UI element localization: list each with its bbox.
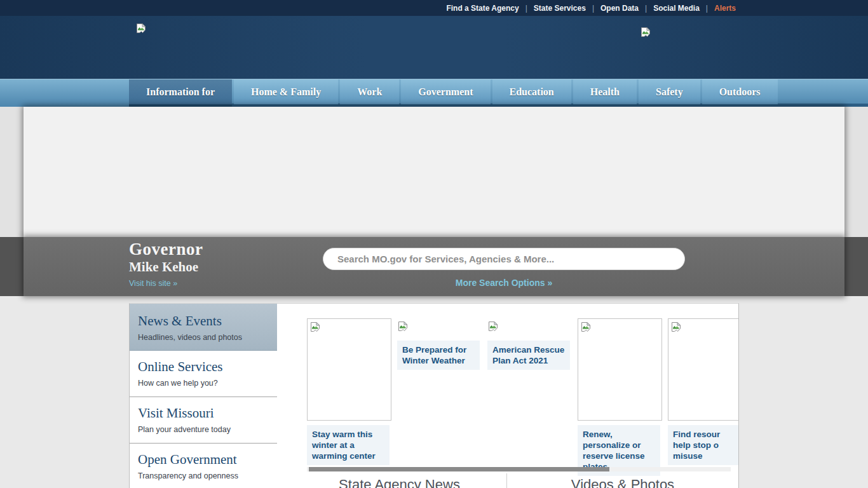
nav-tab-work[interactable]: Work (340, 79, 399, 107)
broken-image-icon (136, 23, 147, 34)
nav-tab-health[interactable]: Health (573, 79, 637, 107)
broken-image-icon (310, 322, 321, 332)
mo-gov-homepage: Find a State Agency | State Services | O… (0, 0, 868, 488)
nav-tab-information-for[interactable]: Information for (129, 79, 232, 107)
governor-name: Mike Kehoe (129, 259, 198, 275)
divider: | (592, 4, 594, 13)
sidebar-item-online-services[interactable]: Online Services How can we help you? (130, 351, 277, 397)
link-state-services[interactable]: State Services (534, 4, 586, 13)
card-image-placeholder (578, 318, 662, 421)
sidebar-item-visit-missouri[interactable]: Visit Missouri Plan your adventure today (130, 397, 277, 444)
governor-search-band: Governor Mike Kehoe Visit his site » Mor… (0, 237, 868, 296)
card-image-placeholder (307, 318, 391, 421)
sidebar-item-open-government[interactable]: Open Government Transparency and opennes… (130, 444, 277, 488)
sidebar-item-title: Open Government (138, 452, 277, 468)
link-social-media[interactable]: Social Media (653, 4, 700, 13)
more-search-options-link[interactable]: More Search Options » (323, 278, 685, 288)
card-caption: Be Prepared for Winter Weather (397, 341, 480, 370)
hero-slideshow (24, 107, 844, 237)
videos-photos-heading: Videos & Photos (507, 477, 738, 488)
nav-tab-safety[interactable]: Safety (639, 79, 700, 107)
nav-tab-outdoors[interactable]: Outdoors (702, 79, 778, 107)
nav-tab-government[interactable]: Government (401, 79, 490, 107)
carousel-scrollbar-track[interactable] (307, 467, 731, 471)
top-utility-bar: Find a State Agency | State Services | O… (0, 0, 868, 16)
card-image-placeholder (668, 318, 739, 421)
card-caption: Find resourhelp stop omisuse (668, 425, 739, 465)
main-navigation: Information for Home & Family Work Gover… (0, 79, 868, 107)
nav-tabs: Information for Home & Family Work Gover… (129, 79, 780, 107)
divider: | (706, 4, 708, 13)
sidebar: News & Events Headlines, videos and phot… (130, 304, 278, 488)
divider: | (526, 4, 527, 13)
state-agency-news-heading: State Agency News (292, 477, 506, 488)
content-panel: News & Events Headlines, videos and phot… (129, 303, 739, 488)
governor-title: Governor (129, 240, 203, 259)
sidebar-item-title: Online Services (138, 359, 277, 375)
nav-tab-home-family[interactable]: Home & Family (234, 79, 338, 107)
broken-image-icon (581, 322, 592, 332)
broken-image-icon (641, 27, 651, 37)
sidebar-item-subtitle: Plan your adventure today (138, 425, 277, 434)
hero-area (0, 107, 868, 237)
broken-image-icon (398, 321, 409, 332)
sidebar-item-subtitle: Transparency and openness (138, 471, 277, 480)
link-open-data[interactable]: Open Data (600, 4, 639, 13)
site-header (0, 16, 868, 79)
sidebar-item-subtitle: Headlines, videos and photos (138, 333, 277, 342)
governor-search-band-inner: Governor Mike Kehoe Visit his site » Mor… (24, 237, 844, 296)
search-input[interactable] (323, 248, 685, 270)
visit-his-site-link[interactable]: Visit his site » (129, 279, 177, 288)
card-caption: American Rescue Plan Act 2021 (487, 341, 570, 370)
broken-image-icon (671, 322, 682, 332)
sidebar-item-news-events[interactable]: News & Events Headlines, videos and phot… (130, 304, 277, 351)
carousel-scrollbar-thumb[interactable] (309, 467, 609, 471)
card-caption: Stay warm this winter at a warming cente… (307, 425, 390, 465)
divider: | (645, 4, 647, 13)
link-find-a-state-agency[interactable]: Find a State Agency (446, 4, 519, 13)
top-utility-links: Find a State Agency | State Services | O… (446, 0, 736, 16)
nav-tab-education[interactable]: Education (492, 79, 571, 107)
link-alerts[interactable]: Alerts (714, 4, 736, 13)
sidebar-item-title: News & Events (138, 313, 277, 329)
sidebar-item-title: Visit Missouri (138, 405, 277, 421)
broken-image-icon (488, 321, 499, 332)
sidebar-item-subtitle: How can we help you? (138, 379, 277, 388)
